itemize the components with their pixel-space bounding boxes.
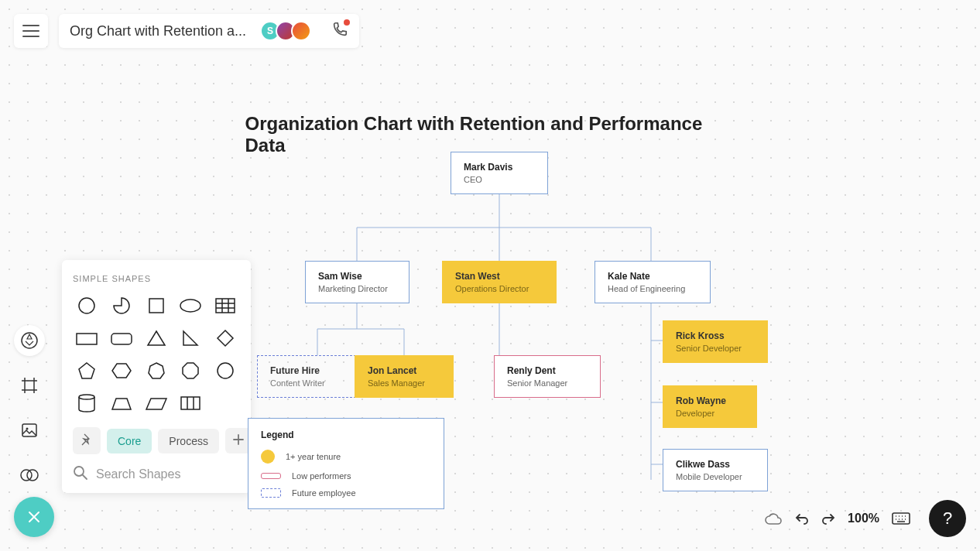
shape-pie[interactable] [108, 294, 135, 317]
legend-title: Legend [261, 430, 431, 440]
redo-button[interactable] [821, 512, 835, 525]
close-panel-button[interactable] [14, 497, 54, 537]
tab-core[interactable]: Core [107, 429, 152, 453]
rail-image-button[interactable] [14, 415, 45, 446]
node-name: Mark Davis [464, 162, 535, 173]
redo-icon [821, 512, 835, 525]
swatch-tenure [261, 450, 275, 464]
svg-rect-9 [77, 334, 97, 344]
plus-icon [233, 434, 244, 445]
org-node-operations[interactable]: Stan West Operations Director [442, 261, 557, 303]
cloud-sync-button[interactable] [764, 512, 783, 525]
org-node-marketing[interactable]: Sam Wise Marketing Director [305, 261, 409, 303]
svg-rect-10 [111, 334, 132, 344]
legend-box[interactable]: Legend 1+ year tenure Low performers Fut… [248, 418, 444, 509]
search-icon [73, 465, 88, 484]
shape-hexagon[interactable] [108, 359, 135, 382]
shape-circle[interactable] [73, 294, 101, 317]
node-role: Head of Engineering [608, 284, 697, 293]
search-input[interactable] [96, 467, 251, 481]
menu-button[interactable] [14, 14, 48, 48]
shapes-icon [19, 330, 39, 351]
shape-right-triangle[interactable] [176, 327, 204, 350]
org-node-clikwe[interactable]: Clikwe Dass Mobile Developer [663, 449, 768, 491]
shape-decagon[interactable] [211, 359, 239, 382]
document-title[interactable]: Org Chart with Retention a... [70, 23, 246, 39]
rail-diagram-button[interactable] [14, 460, 45, 491]
legend-label: Low performers [292, 471, 351, 481]
help-button[interactable]: ? [929, 500, 966, 537]
node-name: Sam Wise [318, 271, 396, 282]
canvas-title[interactable]: Organization Chart with Retention and Pe… [245, 113, 735, 156]
shape-grid[interactable] [176, 392, 204, 415]
keyboard-icon [892, 512, 910, 525]
svg-rect-6 [149, 299, 163, 313]
node-role: Senior Developer [676, 344, 755, 353]
title-bar: Org Chart with Retention a... S [59, 14, 359, 48]
collaborator-avatars: S [260, 21, 311, 41]
org-node-rob[interactable]: Rob Wayne Developer [663, 385, 757, 428]
legend-label: 1+ year tenure [286, 452, 341, 461]
svg-point-3 [21, 470, 32, 481]
svg-point-4 [27, 470, 38, 481]
shape-rectangle[interactable] [73, 327, 101, 350]
swatch-low [261, 473, 281, 479]
svg-rect-1 [22, 424, 36, 436]
node-name: Jon Lancet [368, 365, 440, 376]
pin-icon [81, 433, 93, 446]
zoom-level[interactable]: 100% [848, 512, 879, 525]
org-node-engineering[interactable]: Kale Nate Head of Engineering [595, 261, 711, 303]
call-button[interactable] [331, 21, 348, 41]
question-icon: ? [943, 508, 952, 529]
shape-diamond[interactable] [211, 327, 239, 350]
node-role: Content Writer [270, 378, 351, 388]
undo-button[interactable] [795, 512, 809, 525]
legend-row-low: Low performers [261, 471, 431, 481]
rail-shapes-button[interactable] [14, 325, 45, 356]
shape-table[interactable] [211, 294, 239, 317]
shapes-panel-header: SIMPLE SHAPES [73, 274, 240, 283]
node-role: CEO [464, 175, 535, 184]
org-node-rick[interactable]: Rick Kross Senior Developer [663, 320, 768, 363]
node-name: Clikwe Dass [676, 459, 755, 470]
svg-rect-8 [216, 299, 235, 313]
swatch-future [261, 488, 281, 498]
node-name: Rick Kross [676, 330, 755, 341]
shape-pentagon[interactable] [73, 359, 101, 382]
undo-icon [795, 512, 809, 525]
pin-button[interactable] [73, 427, 101, 454]
shape-ellipse[interactable] [176, 294, 204, 317]
legend-row-future: Future employee [261, 488, 431, 498]
shape-triangle[interactable] [142, 327, 170, 350]
shape-cylinder[interactable] [73, 392, 101, 415]
shape-heptagon[interactable] [142, 359, 170, 382]
svg-point-12 [79, 395, 94, 399]
venn-icon [19, 467, 39, 484]
node-role: Operations Director [455, 284, 543, 293]
shape-octagon[interactable] [176, 359, 204, 382]
rail-frame-button[interactable] [14, 370, 45, 401]
svg-point-5 [79, 298, 94, 313]
shapes-panel: SIMPLE SHAPES Core Process [62, 260, 251, 493]
org-node-senior-manager[interactable]: Renly Dent Senior Manager [494, 355, 601, 398]
org-node-future-hire[interactable]: Future Hire Content Writer [257, 355, 364, 398]
node-role: Sales Manager [368, 378, 440, 388]
shape-trapezoid[interactable] [108, 392, 135, 415]
svg-point-14 [74, 467, 84, 476]
node-name: Rob Wayne [676, 395, 744, 406]
svg-point-7 [180, 299, 200, 312]
avatar[interactable] [291, 21, 311, 41]
node-role: Senior Manager [507, 378, 588, 388]
legend-label: Future employee [292, 488, 356, 498]
close-icon [26, 509, 42, 525]
keyboard-button[interactable] [892, 512, 910, 525]
org-node-ceo[interactable]: Mark Davis CEO [451, 152, 548, 194]
shape-parallelogram[interactable] [142, 392, 170, 415]
legend-row-tenure: 1+ year tenure [261, 450, 431, 464]
tab-process[interactable]: Process [158, 429, 219, 453]
cloud-icon [764, 512, 783, 525]
org-node-sales[interactable]: Jon Lancet Sales Manager [355, 355, 454, 398]
shape-rounded-rect[interactable] [108, 327, 135, 350]
shape-square[interactable] [142, 294, 170, 317]
svg-point-11 [218, 363, 233, 378]
